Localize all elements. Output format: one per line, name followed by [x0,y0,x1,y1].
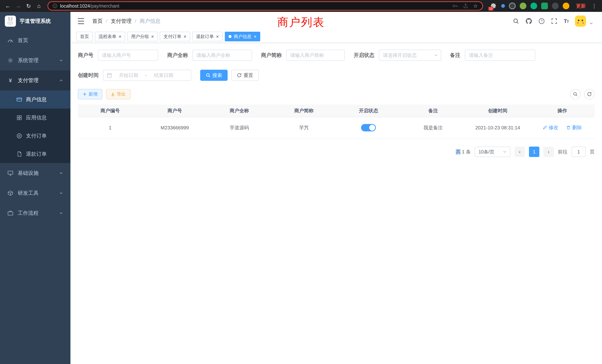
goto-page-input[interactable] [572,147,586,157]
filter-row-2: 创建时间 - 搜索 [78,70,595,81]
close-icon[interactable]: × [183,34,186,39]
breadcrumb-payment[interactable]: 支付管理 [111,18,132,25]
page-1-button[interactable]: 1 [529,147,539,157]
sidebar-item-pay-order[interactable]: 支付订单 [0,127,70,145]
sidebar-item-app-info[interactable]: 应用信息 [0,109,70,127]
pagination-total: 共 1 条 [456,149,471,155]
search-button[interactable]: 搜索 [200,70,228,81]
cell-merchant-no: M233666999 [142,117,207,138]
merchant-no-input[interactable] [98,50,158,61]
tab-process-form[interactable]: 流程表单× [95,32,125,41]
bookmark-star-icon[interactable]: ☆ [473,3,478,9]
help-icon[interactable]: ? [538,18,545,24]
toggle-search-button[interactable] [570,89,580,99]
home-icon[interactable]: ⌂ [34,1,44,11]
extension-icon-dark[interactable] [552,3,559,9]
extension-icon-orange-face[interactable] [563,3,569,9]
prev-page-button[interactable]: ‹ [515,147,525,157]
password-key-icon[interactable] [452,3,458,9]
start-date-input[interactable] [115,73,143,78]
tab-refund-order[interactable]: 退款订单× [192,32,223,41]
col-remark: 备注 [401,105,466,117]
filter-row-1: 商户号 商户全称 商户简称 开启状态 [78,50,595,61]
sidebar-item-home[interactable]: 首页 [0,30,70,50]
share-icon[interactable] [463,3,468,9]
reset-button[interactable]: 重置 [231,70,259,81]
table-header-row: 商户编号 商户号 商户全称 商户简称 开启状态 备注 创建时间 操作 [78,105,595,117]
sidebar-item-system[interactable]: 系统管理 [0,50,70,70]
sidebar-item-payment[interactable]: ¥ 支付管理 [0,70,70,90]
tab-user-group[interactable]: 用户分组× [127,32,158,41]
status-toggle[interactable] [361,124,376,131]
cell-full-name: 芋道源码 [207,117,272,138]
grid-icon [16,115,22,121]
sidebar-item-devtools[interactable]: 研发工具 [0,183,70,203]
sidebar-item-merchant-info[interactable]: 商户信息 [0,90,70,109]
search-icon[interactable] [513,18,519,24]
close-icon[interactable]: × [151,34,154,39]
forward-icon[interactable]: → [13,1,23,11]
tab-label: 首页 [80,33,89,40]
reload-icon[interactable]: ↻ [24,1,33,11]
site-info-icon[interactable]: ⓘ [53,3,57,9]
sidebar-item-infrastructure[interactable]: 基础设施 [0,163,70,183]
extension-icon-ring[interactable] [509,3,516,9]
logo[interactable]: 芋道管理系统 [0,12,70,30]
full-name-input[interactable] [192,50,252,61]
edit-link[interactable]: 修改 [543,124,558,131]
avatar[interactable] [575,16,586,27]
refresh-table-button[interactable] [584,89,595,99]
total-prefix: 共 [456,149,461,155]
remark-input[interactable] [465,50,535,61]
main-area: 首页 / 支付管理 / 商户信息 ? TT [70,12,602,364]
sidebar: 芋道管理系统 首页 系统管理 ¥ 支付管理 [0,12,70,364]
extension-icon-blue-dot[interactable] [501,4,505,8]
col-full-name: 商户全称 [207,105,272,117]
hamburger-icon[interactable] [76,16,86,26]
chevron-down-icon [59,59,63,62]
browser-update-button[interactable]: 更新 [573,3,589,9]
refresh-icon [587,92,592,96]
close-icon[interactable]: × [254,34,257,39]
sidebar-item-workflow[interactable]: 工作流程 [0,203,70,223]
end-date-input[interactable] [150,73,178,78]
back-icon[interactable]: ← [3,1,13,11]
export-button[interactable]: 导出 [106,89,130,99]
github-icon[interactable] [526,18,532,24]
breadcrumb-home[interactable]: 首页 [92,18,103,25]
fullscreen-icon[interactable] [551,18,557,24]
extension-icon-green-avatar[interactable] [520,3,526,9]
browser-menu-icon[interactable]: ⋮ [589,1,599,11]
tab-merchant-info[interactable]: 商户信息× [225,32,260,41]
tab-home[interactable]: 首页 [76,32,93,41]
extension-icon-teal[interactable] [530,3,537,9]
next-page-button[interactable]: › [543,147,554,157]
search-icon [573,92,578,96]
gear-icon [7,57,13,63]
avatar-caret-icon[interactable] [589,21,593,25]
font-size-icon[interactable]: TT [564,18,569,24]
svg-text:?: ? [541,19,542,23]
tab-pay-order[interactable]: 支付订单× [160,32,190,41]
app-title: 芋道管理系统 [20,18,51,25]
delete-link[interactable]: 删除 [566,124,582,131]
sidebar-item-label: 研发工具 [18,190,55,197]
status-select[interactable] [379,50,441,61]
refresh-icon [237,73,242,78]
extensions-puzzle-icon[interactable]: 10 [490,2,497,10]
close-icon[interactable]: × [216,34,219,39]
create-time-range-picker[interactable]: - [103,70,191,81]
browser-toolbar: ← → ↻ ⌂ ⓘ localhost:1024/pay/merchant ☆ … [0,0,602,12]
sidebar-item-refund-order[interactable]: 退款订单 [0,145,70,163]
chevron-down-icon [59,171,63,175]
url-text[interactable]: localhost:1024/pay/merchant [60,3,119,9]
close-icon[interactable]: × [119,34,121,39]
address-bar[interactable]: ⓘ localhost:1024/pay/merchant ☆ [47,1,483,11]
screen: ← → ↻ ⌂ ⓘ localhost:1024/pay/merchant ☆ … [0,0,602,364]
page-size-select[interactable]: 10条/页 [475,147,510,157]
dashboard-icon [7,37,13,43]
short-name-input[interactable] [286,50,345,61]
extension-icon-green-square[interactable] [541,3,548,9]
cell-status [336,117,401,138]
add-button[interactable]: 新增 [78,89,102,99]
